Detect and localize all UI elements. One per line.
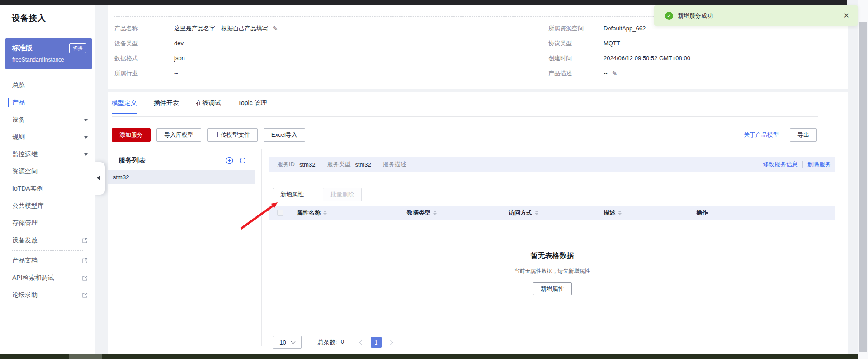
edit-icon[interactable]: ✎ (612, 70, 618, 77)
close-icon[interactable]: ✕ (844, 12, 849, 19)
property-table-header: 属性名称 数据类型 访问方式 描述 操作 (269, 206, 835, 220)
toast-message: 新增服务成功 (678, 12, 713, 20)
external-link-icon (82, 258, 88, 264)
service-info-bar: 服务ID stm32 服务类型 stm32 服务描述 修改服务信息 删除服务 (269, 157, 835, 172)
chevron-down-icon (84, 119, 88, 121)
add-service-icon[interactable] (226, 157, 233, 164)
page-size-select[interactable]: 10 (273, 336, 302, 349)
chevron-down-icon (291, 339, 295, 344)
edit-service-link[interactable]: 修改服务信息 (763, 160, 798, 168)
sidebar-item-device-provisioning[interactable]: 设备发放 (0, 232, 95, 249)
page-title: 设备接入 (0, 5, 95, 24)
about-product-model-link[interactable]: 关于产品模型 (744, 131, 779, 139)
select-all-checkbox[interactable] (277, 210, 283, 216)
field-product-name: 产品名称 这里是产品名字---根据自己产品填写 ✎ (114, 21, 278, 36)
instance-name: freeStandardInstance (12, 57, 86, 63)
sidebar-item-device[interactable]: 设备 (0, 111, 95, 129)
sort-icon[interactable] (535, 211, 538, 215)
column-header-data-type[interactable]: 数据类型 (407, 206, 437, 220)
property-toolbar: 新增属性 批量删除 (273, 188, 362, 201)
empty-state-title: 暂无表格数据 (269, 251, 835, 261)
instance-card: 标准版 切换 freeStandardInstance (5, 38, 92, 69)
sort-icon[interactable] (433, 211, 437, 215)
divider (261, 149, 262, 346)
divider (12, 31, 84, 31)
add-service-button[interactable]: 添加服务 (112, 128, 151, 142)
sidebar-item-api-explorer[interactable]: API检索和调试 (0, 269, 95, 287)
sidebar-item-product-docs[interactable]: 产品文档 (0, 252, 95, 269)
tab-bar: 模型定义 插件开发 在线调试 Topic 管理 (112, 99, 267, 114)
scrollbar[interactable] (858, 0, 868, 359)
service-list-header: 服务列表 (108, 153, 255, 168)
field-protocol-type: 协议类型 MQTT (548, 36, 690, 51)
toolbar-right: 关于产品模型 导出 (744, 128, 817, 142)
excel-import-button[interactable]: Excel导入 (264, 128, 305, 142)
refresh-icon[interactable] (239, 157, 246, 164)
tab-online-debugging[interactable]: 在线调试 (196, 99, 221, 114)
select-all-checkbox-cell (277, 206, 283, 220)
column-header-property-name[interactable]: 属性名称 (297, 206, 327, 220)
divider (802, 161, 803, 168)
switch-instance-button[interactable]: 切换 (69, 43, 86, 53)
toolbar: 添加服务 导入库模型 上传模型文件 Excel导入 (112, 128, 305, 142)
field-device-type: 设备类型 dev (114, 36, 278, 51)
upload-model-file-button[interactable]: 上传模型文件 (207, 128, 258, 142)
tab-model-definition[interactable]: 模型定义 (112, 99, 137, 114)
sidebar-item-monitoring[interactable]: 监控运维 (0, 146, 95, 163)
external-link-icon (82, 238, 88, 244)
success-check-icon: ✓ (665, 12, 673, 20)
divider (12, 250, 83, 251)
sidebar-collapse-handle[interactable] (94, 162, 105, 195)
collapse-arrow-icon (97, 176, 100, 180)
total-count: 总条数: 0 (318, 338, 344, 346)
divider (112, 116, 818, 117)
sidebar-item-product[interactable]: 产品 (0, 94, 95, 111)
sidebar-item-storage-management[interactable]: 存储管理 (0, 215, 95, 232)
column-header-operation: 操作 (696, 206, 708, 220)
edition-label: 标准版 (12, 44, 33, 53)
chevron-down-icon (84, 153, 88, 156)
scrollbar-thumb[interactable] (859, 22, 867, 352)
next-page-button[interactable] (387, 340, 393, 345)
bottom-edge-strip (0, 354, 858, 359)
empty-add-property-button[interactable]: 新增属性 (533, 282, 572, 295)
service-detail-pane: 服务ID stm32 服务类型 stm32 服务描述 修改服务信息 删除服务 新… (269, 149, 835, 351)
tab-topic-management[interactable]: Topic 管理 (238, 99, 267, 114)
sort-icon[interactable] (618, 211, 622, 215)
product-info-left: 产品名称 这里是产品名字---根据自己产品填写 ✎ 设备类型 dev 数据格式 … (114, 21, 278, 81)
empty-state: 暂无表格数据 当前无属性数据，请先新增属性 新增属性 (269, 251, 835, 295)
toast-success: ✓ 新增服务成功 ✕ (654, 5, 858, 26)
external-link-icon (82, 275, 88, 281)
field-created-time: 创建时间 2024/06/12 09:50:52 GMT+08:00 (548, 51, 690, 66)
pagination: 10 总条数: 0 1 (273, 336, 392, 349)
sidebar-item-rules[interactable]: 规则 (0, 129, 95, 146)
delete-service-link[interactable]: 删除服务 (807, 160, 831, 168)
tab-plugin-development[interactable]: 插件开发 (154, 99, 179, 114)
sidebar-item-overview[interactable]: 总览 (0, 77, 95, 94)
sidebar-item-resource-space[interactable]: 资源空间 (0, 163, 95, 180)
sidebar-item-public-model-library[interactable]: 公共模型库 (0, 197, 95, 215)
sidebar-item-forum-help[interactable]: 论坛求助 (0, 287, 95, 304)
field-industry: 所属行业 -- (114, 66, 278, 81)
page: 设备接入 标准版 切换 freeStandardInstance 总览 产品 设… (0, 0, 868, 359)
add-property-button[interactable]: 新增属性 (273, 188, 311, 201)
sort-icon[interactable] (323, 211, 327, 215)
import-library-model-button[interactable]: 导入库模型 (156, 128, 201, 142)
empty-state-hint: 当前无属性数据，请先新增属性 (269, 268, 835, 275)
external-link-icon (82, 292, 88, 298)
column-header-access-mode[interactable]: 访问方式 (509, 206, 538, 220)
prev-page-button[interactable] (359, 340, 365, 345)
column-header-description[interactable]: 描述 (604, 206, 622, 220)
export-button[interactable]: 导出 (790, 128, 817, 142)
edit-icon[interactable]: ✎ (273, 25, 278, 32)
service-list: stm32 (108, 170, 255, 184)
field-product-description: 产品描述 -- ✎ (548, 66, 690, 81)
sidebar-item-iotda-instance[interactable]: IoTDA实例 (0, 180, 95, 197)
sidebar-nav: 总览 产品 设备 规则 监控运维 资源空间 IoTDA实例 公共模型库 存储管理… (0, 77, 95, 304)
batch-delete-button: 批量删除 (323, 188, 362, 201)
service-list-item[interactable]: stm32 (108, 170, 255, 184)
product-info-right: 所属资源空间 DefaultApp_662 协议类型 MQTT 创建时间 202… (548, 21, 690, 81)
service-list-pane: 服务列表 stm32 (108, 149, 255, 351)
top-edge-strip (0, 0, 847, 5)
current-page-button[interactable]: 1 (371, 337, 382, 348)
